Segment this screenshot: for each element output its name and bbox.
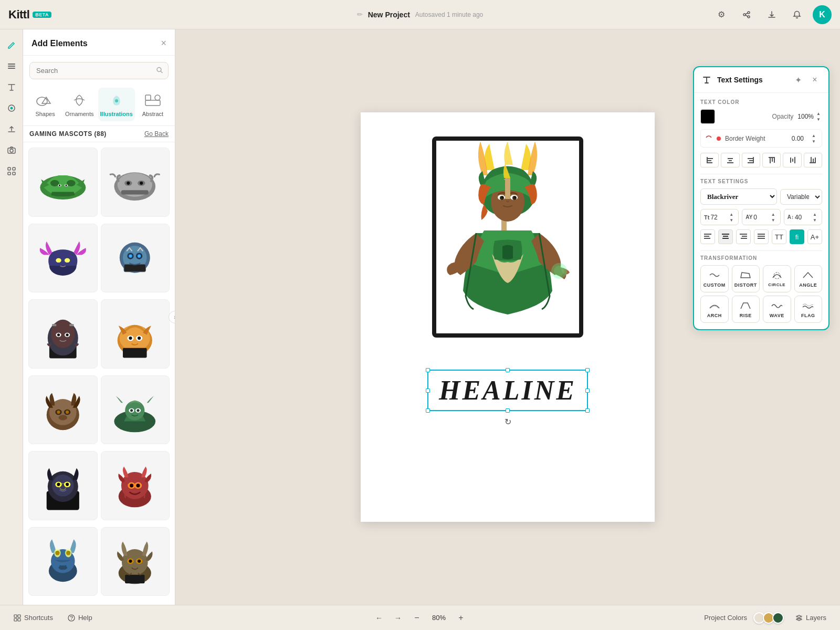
border-up[interactable]: ▲ [810,133,817,138]
share-button[interactable] [737,5,756,24]
search-input[interactable] [29,62,169,79]
text-settings-close-button[interactable]: × [807,72,822,87]
text-settings-star-button[interactable]: ✦ [791,72,805,87]
list-item[interactable] [101,224,170,293]
font-weight-select[interactable]: Variable [780,189,822,205]
sidebar-icon-upload[interactable] [2,120,21,139]
align-center-h[interactable] [721,153,739,167]
transform-rise[interactable]: RISE [732,296,760,323]
tracking-down[interactable]: ▼ [770,217,777,223]
handle-mid-right[interactable] [585,388,590,393]
list-item[interactable] [101,527,170,596]
font-size-stepper[interactable]: ▲ ▼ [728,212,735,223]
next-page-button[interactable]: → [391,611,405,625]
shortcuts-button[interactable]: Shortcuts [8,611,58,625]
font-size-up[interactable]: ▲ [728,212,735,217]
category-illustrations[interactable]: Illustrations [98,88,135,121]
user-avatar[interactable]: K [813,5,832,24]
category-abstract[interactable]: Abstract [137,88,169,121]
transform-circle[interactable]: CIRCLE [763,265,791,292]
canvas-character[interactable] [418,123,597,354]
canvas-area[interactable]: HEALINE ↻ Text Settings ✦ × [175,29,840,605]
prev-page-button[interactable]: ← [372,611,386,625]
transform-distort[interactable]: DISTORT [732,265,760,292]
align-left-edge[interactable] [700,153,719,167]
handle-bottom-left[interactable] [426,408,430,413]
download-button[interactable] [762,5,781,24]
text-align-justify[interactable] [754,229,769,244]
transform-flag[interactable]: FLAG [794,296,823,323]
text-align-center[interactable] [718,229,733,244]
canvas-text-label[interactable]: HEALINE [439,375,576,405]
sidebar-icon-color[interactable] [2,99,21,118]
opacity-up[interactable]: ▲ [815,111,822,117]
transform-custom[interactable]: CUSTOM [700,265,729,292]
text-align-left[interactable] [700,229,715,244]
rotate-handle[interactable]: ↻ [502,416,513,427]
category-shapes[interactable]: Shapes [29,88,61,121]
app-name: Kittl [8,8,29,22]
project-name[interactable]: New Project [368,10,410,19]
color-swatch-3[interactable] [772,612,784,624]
tracking-up[interactable]: ▲ [770,212,777,217]
sidebar-icon-edit[interactable] [2,36,21,55]
zoom-in-button[interactable]: + [454,611,468,625]
list-item[interactable] [101,299,170,369]
list-item[interactable] [101,375,170,445]
list-item[interactable] [101,148,170,217]
list-item[interactable] [28,148,98,217]
handle-top-mid[interactable] [506,368,510,372]
transform-angle[interactable]: ANGLE [794,265,823,292]
list-item[interactable] [28,299,98,369]
zoom-out-button[interactable]: − [410,611,424,625]
align-top[interactable] [762,153,781,167]
text-style-case[interactable]: A+ [807,229,822,244]
list-item[interactable] [28,451,98,520]
transform-circle-label: CIRCLE [768,282,785,287]
handle-top-left[interactable] [426,368,430,372]
tracking-stepper[interactable]: ▲ ▼ [770,212,777,223]
font-size-down[interactable]: ▼ [728,217,735,223]
list-item[interactable] [28,375,98,445]
settings-button[interactable]: ⚙ [712,5,731,24]
topbar-actions: ⚙ K [712,5,832,24]
align-center-v[interactable] [783,153,801,167]
help-button[interactable]: Help [62,611,98,625]
border-color-dot[interactable] [717,136,721,141]
text-element[interactable]: HEALINE ↻ [427,370,588,411]
category-ornaments[interactable]: Ornaments [63,88,96,121]
search-button[interactable] [156,66,163,75]
text-color-preview[interactable] [700,109,715,124]
text-style-ligature[interactable]: fi [790,229,804,244]
list-item[interactable] [28,224,98,293]
font-family-select[interactable]: Blackriver [700,188,777,205]
opacity-down[interactable]: ▼ [815,117,822,122]
opacity-stepper[interactable]: ▲ ▼ [815,111,822,122]
sidebar-icon-text[interactable] [2,78,21,97]
handle-mid-left[interactable] [426,388,430,393]
sidebar-icon-camera[interactable] [2,141,21,160]
layers-button[interactable]: Layers [790,611,832,625]
svg-rect-41 [124,265,146,272]
handle-top-right[interactable] [585,368,590,372]
align-right-edge[interactable] [742,153,760,167]
line-height-stepper[interactable]: ▲ ▼ [811,212,818,223]
transform-wave[interactable]: WAVE [763,296,791,323]
border-stepper[interactable]: ▲ ▼ [810,133,817,144]
text-align-right[interactable] [736,229,751,244]
sidebar-icon-layers[interactable] [2,57,21,76]
line-height-up[interactable]: ▲ [811,212,818,217]
handle-bottom-right[interactable] [585,408,590,413]
list-item[interactable] [101,451,170,520]
sidebar-icon-grid[interactable] [2,162,21,181]
notifications-button[interactable] [788,5,806,24]
text-style-bold[interactable]: TT [772,229,786,244]
line-height-down[interactable]: ▼ [811,217,818,223]
border-down[interactable]: ▼ [810,139,817,144]
panel-close-button[interactable]: × [161,38,166,49]
handle-bottom-mid[interactable] [506,408,510,413]
go-back-button[interactable]: Go Back [144,130,169,138]
transform-arch[interactable]: ARCH [700,296,729,323]
list-item[interactable] [28,527,98,596]
align-bottom[interactable] [804,153,822,167]
